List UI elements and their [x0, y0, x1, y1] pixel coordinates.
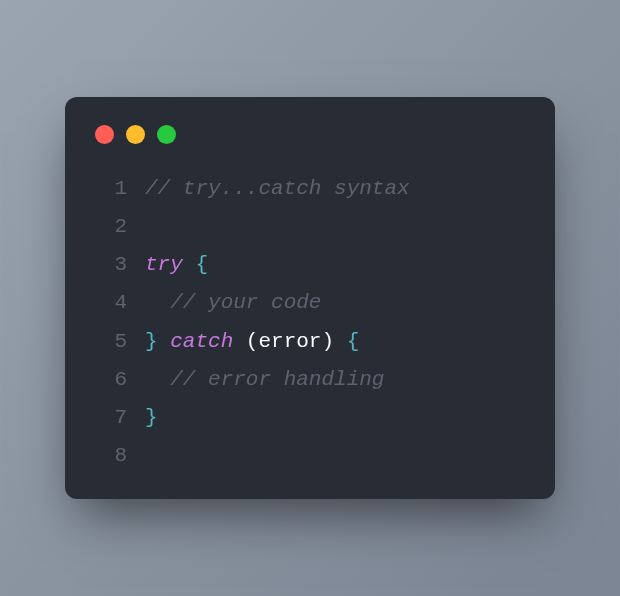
code-line: 8 [95, 437, 525, 475]
close-icon[interactable] [95, 125, 114, 144]
line-number: 2 [95, 208, 127, 246]
code-content: // your code [127, 284, 321, 322]
line-number: 1 [95, 170, 127, 208]
code-line: 5} catch (error) { [95, 323, 525, 361]
window-titlebar [95, 125, 525, 144]
code-content: try { [127, 246, 208, 284]
minimize-icon[interactable] [126, 125, 145, 144]
code-content: } [127, 399, 158, 437]
code-line: 7} [95, 399, 525, 437]
code-content [127, 437, 145, 475]
code-line: 6 // error handling [95, 361, 525, 399]
line-number: 5 [95, 323, 127, 361]
maximize-icon[interactable] [157, 125, 176, 144]
code-content [127, 208, 145, 246]
code-content: // try...catch syntax [127, 170, 410, 208]
code-area[interactable]: 1// try...catch syntax23try {4 // your c… [95, 170, 525, 476]
line-number: 6 [95, 361, 127, 399]
code-content: // error handling [127, 361, 384, 399]
code-content: } catch (error) { [127, 323, 359, 361]
line-number: 4 [95, 284, 127, 322]
line-number: 8 [95, 437, 127, 475]
code-line: 2 [95, 208, 525, 246]
line-number: 3 [95, 246, 127, 284]
line-number: 7 [95, 399, 127, 437]
code-line: 3try { [95, 246, 525, 284]
code-editor-window: 1// try...catch syntax23try {4 // your c… [65, 97, 555, 500]
code-line: 1// try...catch syntax [95, 170, 525, 208]
code-line: 4 // your code [95, 284, 525, 322]
